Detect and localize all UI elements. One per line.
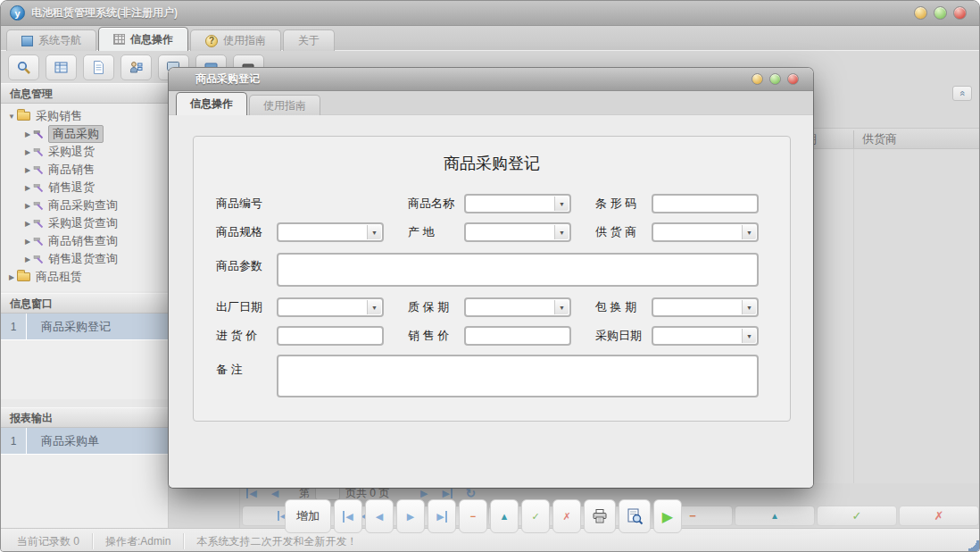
barcode-input[interactable] <box>652 194 759 213</box>
product-name-combo[interactable]: ▼ <box>464 194 571 213</box>
tree-item-sale-return[interactable]: ▶ 销售退货 <box>1 179 168 197</box>
resize-grip[interactable] <box>968 540 980 552</box>
mfg-date-label: 出厂日期 <box>216 297 262 317</box>
sale-price-input[interactable] <box>464 326 571 346</box>
tree-item-sale-return-query[interactable]: ▶ 销售退货查询 <box>1 250 168 268</box>
tree-collapsed-icon: ▶ <box>22 166 33 174</box>
origin-combo[interactable]: ▼ <box>464 222 571 242</box>
remark-textarea[interactable] <box>277 355 759 397</box>
chevron-down-icon[interactable]: ▼ <box>742 329 756 343</box>
chevron-down-icon[interactable]: ▼ <box>367 225 381 239</box>
delete-button[interactable]: − <box>459 499 487 533</box>
question-icon: ? <box>205 35 218 47</box>
edit-button[interactable]: ▲ <box>490 499 519 533</box>
tree-collapsed-icon: ▶ <box>22 184 33 192</box>
page-first-button[interactable]: ◀ <box>240 488 263 499</box>
chevron-down-icon[interactable]: ▼ <box>367 300 381 314</box>
print-button[interactable] <box>584 499 616 533</box>
tree-item-purchase-return[interactable]: ▶ 采购退货 <box>1 143 168 161</box>
minus-icon: − <box>689 509 696 523</box>
operator-button[interactable] <box>120 54 152 80</box>
chevron-down-icon[interactable]: ▼ <box>742 225 756 239</box>
tree-root-goods-rental[interactable]: ▶ 商品租赁 <box>1 268 168 286</box>
spec-label: 商品规格 <box>216 222 262 242</box>
sidebar-header-info-mgmt: 信息管理 <box>1 83 168 104</box>
next-icon: ▶ <box>407 511 414 523</box>
tree-item-sale-query[interactable]: ▶ 商品销售查询 <box>1 232 168 250</box>
refresh-button[interactable]: ↻ <box>459 486 482 500</box>
column-separator <box>853 130 854 148</box>
print-preview-button[interactable] <box>619 499 651 533</box>
params-textarea[interactable] <box>277 253 759 287</box>
chevron-down-icon[interactable]: ▼ <box>554 197 569 211</box>
grid-header-supplier: 供货商 <box>862 129 897 150</box>
document-icon <box>91 60 106 75</box>
tree-collapsed-icon: ▶ <box>22 255 33 263</box>
dialog-minimize-button[interactable] <box>752 73 763 85</box>
dialog-maximize-button[interactable] <box>769 73 781 85</box>
tool-icon <box>33 218 44 229</box>
user-report-icon <box>129 60 144 75</box>
maximize-button[interactable] <box>934 6 947 20</box>
application-window: y 电池租赁管理系统(非注册用户) 系统导航 信息操作 ? 使用指南 关于 <box>0 0 980 552</box>
info-window-row[interactable]: 1 商品采购登记 <box>1 314 168 340</box>
tree-collapsed-icon: ▶ <box>6 273 17 281</box>
table-view-button[interactable] <box>46 54 77 80</box>
tree-item-purchase-query[interactable]: ▶ 商品采购查询 <box>1 197 168 214</box>
document-button[interactable] <box>83 54 114 80</box>
tab-user-guide[interactable]: ? 使用指南 <box>190 29 281 51</box>
add-button[interactable]: 增加 <box>285 499 331 533</box>
exchange-period-combo[interactable]: ▼ <box>652 297 759 317</box>
dialog-titlebar[interactable]: 商品采购登记 <box>169 68 813 91</box>
chevron-down-icon[interactable]: ▼ <box>554 300 569 314</box>
page-prev-button[interactable]: ◀ <box>263 488 287 499</box>
page-next-button[interactable]: ▶ <box>412 488 436 499</box>
tree-root-purchase-sales[interactable]: ▼ 采购销售 <box>1 107 168 125</box>
confirm-button[interactable]: ✓ <box>521 499 550 533</box>
prev-record-button[interactable]: ◀ <box>365 499 394 533</box>
dialog-tab-user-guide[interactable]: 使用指南 <box>249 95 320 115</box>
close-button[interactable] <box>953 6 967 20</box>
tree-item-goods-purchase[interactable]: ▶ 商品采购 <box>1 125 168 143</box>
printer-icon <box>591 507 609 525</box>
dialog-tab-info-operation[interactable]: 信息操作 <box>176 92 247 115</box>
mfg-date-combo[interactable]: ▼ <box>277 297 384 317</box>
tree-item-goods-sale[interactable]: ▶ 商品销售 <box>1 161 168 179</box>
first-record-button[interactable]: ◀ <box>334 499 362 533</box>
record-count-label: 当前记录数 0 <box>1 533 93 549</box>
spec-combo[interactable]: ▼ <box>277 222 384 242</box>
edit-record-button[interactable]: ▲ <box>735 506 815 526</box>
last-record-button[interactable]: ▶ <box>428 499 456 533</box>
post-record-button[interactable]: ✓ <box>817 506 897 526</box>
window-titlebar: y 电池租赁管理系统(非注册用户) <box>1 1 980 26</box>
execute-button[interactable]: ▶ <box>653 499 682 533</box>
window-title: 电池租赁管理系统(非注册用户) <box>31 5 178 21</box>
purchase-date-combo[interactable]: ▼ <box>652 326 759 346</box>
dialog-close-button[interactable] <box>787 73 799 85</box>
warranty-combo[interactable]: ▼ <box>464 297 571 317</box>
page-input[interactable] <box>315 486 340 500</box>
chevron-down-icon[interactable]: ▼ <box>554 225 569 239</box>
next-record-button[interactable]: ▶ <box>396 499 425 533</box>
product-name-label: 商品名称 <box>408 194 454 213</box>
collapse-panel-button[interactable]: « <box>952 86 972 101</box>
triangle-up-icon: ▲ <box>500 511 510 522</box>
window-controls <box>914 6 967 20</box>
folder-icon <box>17 112 30 121</box>
table-icon <box>54 60 69 75</box>
tab-about[interactable]: 关于 <box>283 29 335 51</box>
tree-item-purchase-return-query[interactable]: ▶ 采购退货查询 <box>1 214 168 232</box>
supplier-combo[interactable]: ▼ <box>652 222 759 242</box>
minimize-button[interactable] <box>914 6 927 20</box>
sidebar: 信息管理 ▼ 采购销售 ▶ 商品采购 ▶ 采购退货 ▶ 商品销售 <box>1 83 169 528</box>
tab-info-operation[interactable]: 信息操作 <box>98 27 188 51</box>
cancel-button[interactable]: ✗ <box>552 499 581 533</box>
chevron-down-icon[interactable]: ▼ <box>742 300 756 314</box>
cancel-record-button[interactable]: ✗ <box>899 506 979 526</box>
search-button[interactable] <box>8 54 39 80</box>
report-output-row[interactable]: 1 商品采购单 <box>1 428 168 455</box>
page-last-button[interactable]: ▶ <box>436 488 459 499</box>
tab-system-nav[interactable]: 系统导航 <box>6 29 96 51</box>
cross-icon: ✗ <box>562 511 570 523</box>
purchase-price-input[interactable] <box>277 326 384 346</box>
